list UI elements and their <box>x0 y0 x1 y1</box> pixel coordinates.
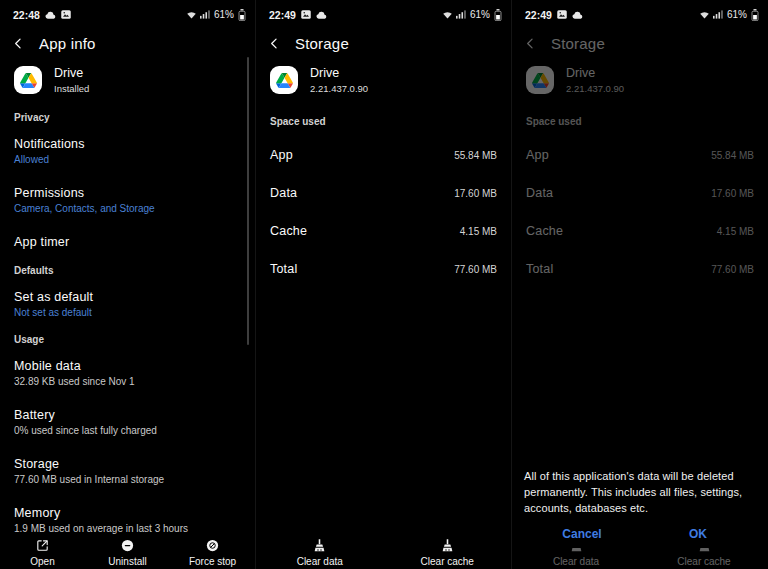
status-bar: 22:49 61% <box>512 0 768 26</box>
page-title: Storage <box>295 35 349 52</box>
storage-screen-with-dialog: 22:49 61% <box>512 0 768 569</box>
minus-circle-icon <box>120 538 135 553</box>
signal-icon <box>456 10 466 19</box>
battery-icon <box>751 9 759 21</box>
list-item-permissions[interactable]: Permissions Camera, Contacts, and Storag… <box>0 175 255 224</box>
open-in-new-icon <box>35 538 50 553</box>
section-defaults: Defaults <box>0 265 255 279</box>
list-item-storage[interactable]: Storage 77.60 MB used in Internal storag… <box>0 446 255 495</box>
status-bar: 22:48 61% <box>0 0 255 26</box>
storage-screen: 22:49 61% <box>256 0 512 569</box>
open-button[interactable]: Open <box>0 538 85 567</box>
back-button[interactable] <box>11 36 26 51</box>
app-version: 2.21.437.0.90 <box>310 83 368 94</box>
clock-text: 22:49 <box>269 9 296 21</box>
app-name: Drive <box>54 66 89 81</box>
cloud-notification-icon <box>316 11 327 19</box>
storage-row-cache: Cache 4.15 MB <box>256 212 511 250</box>
app-summary-row: Drive 2.21.437.0.90 <box>256 60 511 102</box>
app-summary-row: Drive Installed <box>0 60 255 102</box>
clear-data-confirm-dialog: All of this application's data will be d… <box>512 452 768 548</box>
clock-text: 22:48 <box>13 9 40 21</box>
dialog-message: All of this application's data will be d… <box>524 468 756 516</box>
screenshot-notification-icon <box>557 10 567 19</box>
ok-button[interactable]: OK <box>640 527 756 541</box>
section-privacy: Privacy <box>0 112 255 126</box>
force-stop-button[interactable]: Force stop <box>170 538 255 567</box>
screenshot-notification-icon <box>61 10 71 19</box>
clear-data-button[interactable]: Clear data <box>256 538 384 567</box>
drive-app-icon <box>14 66 42 94</box>
battery-icon <box>494 9 502 21</box>
storage-row-data: Data 17.60 MB <box>256 174 511 212</box>
storage-row-app: App 55.84 MB <box>256 136 511 174</box>
wifi-icon <box>186 10 197 19</box>
list-item-notifications[interactable]: Notifications Allowed <box>0 126 255 175</box>
bottom-action-bar: Open Uninstall Force stop <box>0 535 255 569</box>
list-item-battery[interactable]: Battery 0% used since last fully charged <box>0 397 255 446</box>
battery-percent-text: 61% <box>470 9 490 20</box>
screenshot-notification-icon <box>301 10 311 19</box>
status-bar: 22:49 61% <box>256 0 511 26</box>
signal-icon <box>713 10 723 19</box>
page-title: App info <box>39 35 96 52</box>
signal-icon <box>200 10 210 19</box>
section-usage: Usage <box>0 334 255 348</box>
three-screenshots-strip: 22:48 61% <box>0 0 768 569</box>
cancel-button[interactable]: Cancel <box>524 527 640 541</box>
list-item-app-timer[interactable]: App timer <box>0 224 255 259</box>
clear-cache-button[interactable]: Clear cache <box>384 538 512 567</box>
clock-text: 22:49 <box>525 9 552 21</box>
storage-row-total: Total 77.60 MB <box>256 250 511 288</box>
cloud-notification-icon <box>45 11 56 19</box>
section-space-used: Space used <box>256 116 511 130</box>
list-item-mobile-data[interactable]: Mobile data 32.89 KB used since Nov 1 <box>0 348 255 397</box>
battery-percent-text: 61% <box>214 9 234 20</box>
wifi-icon <box>442 10 453 19</box>
list-item-set-as-default[interactable]: Set as default Not set as default <box>0 279 255 328</box>
cloud-notification-icon <box>572 11 583 19</box>
wifi-icon <box>699 10 710 19</box>
prohibition-circle-icon <box>205 538 220 553</box>
app-info-screen: 22:48 61% <box>0 0 256 569</box>
broom-clean-icon <box>312 538 327 553</box>
uninstall-button[interactable]: Uninstall <box>85 538 170 567</box>
app-install-state: Installed <box>54 83 89 94</box>
battery-icon <box>238 9 246 21</box>
app-name: Drive <box>310 66 368 81</box>
back-button[interactable] <box>267 36 282 51</box>
battery-percent-text: 61% <box>727 9 747 20</box>
scrollbar[interactable] <box>247 57 249 345</box>
broom-clean-icon <box>440 538 455 553</box>
bottom-action-bar: Clear data Clear cache <box>256 535 511 569</box>
drive-app-icon <box>270 66 298 94</box>
